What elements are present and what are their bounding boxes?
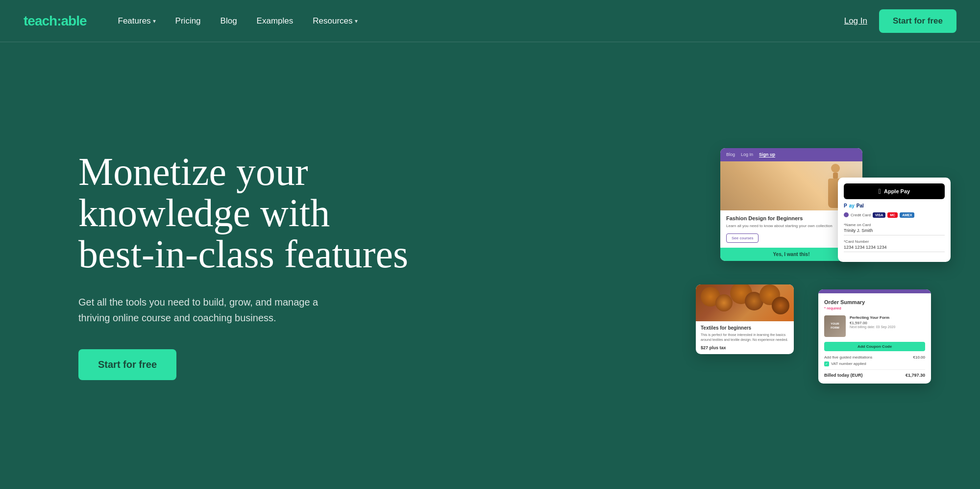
name-field-value[interactable]: Trinity J. Smith <box>844 228 945 235</box>
vat-check-icon: ✓ <box>824 361 829 366</box>
order-item-details: Perfecting Your Form €1,597.00 Next bill… <box>850 315 925 329</box>
brand-name: teach:able <box>24 13 87 28</box>
order-card-body: Order Summary * required YOUR FORM Perfe… <box>818 293 931 384</box>
credit-card-label: Credit Card <box>851 213 871 217</box>
order-item-date: Next billing date: 03 Sep 2020 <box>850 325 925 329</box>
apple-pay-label: Apple Pay <box>884 188 910 194</box>
order-addon-label: Add five guided meditations <box>824 355 872 360</box>
order-vat-row: ✓ VAT number applied <box>824 361 925 366</box>
order-card-title: Order Summary <box>824 299 925 305</box>
card-nav-signup: Sign up <box>759 152 775 157</box>
textile-pattern <box>696 284 794 321</box>
textiles-card-desc: This is perfect for those interested in … <box>701 333 789 342</box>
order-divider <box>824 369 925 370</box>
textiles-card-image <box>696 284 794 321</box>
order-addon-row: Add five guided meditations €10.00 <box>824 355 925 360</box>
fashion-card-title: Fashion Design for Beginners <box>726 215 857 221</box>
nav-links: Features ▾ Pricing Blog Examples Resourc… <box>110 12 844 30</box>
card-nav-blog: Blog <box>726 152 735 157</box>
order-required-label: * required <box>824 306 925 310</box>
vat-label: VAT number applied <box>831 361 866 366</box>
apple-pay-button[interactable]:  Apple Pay <box>844 183 945 199</box>
nav-features[interactable]: Features ▾ <box>110 12 164 30</box>
order-item-title: Perfecting Your Form <box>850 315 925 320</box>
add-coupon-button[interactable]: Add Coupon Code <box>824 342 925 351</box>
order-item: YOUR FORM Perfecting Your Form €1,597.00… <box>824 315 925 337</box>
paypal-option[interactable]: P ay Pal <box>844 203 945 208</box>
hero-content: Monetize your knowledge with best-in-cla… <box>78 151 412 380</box>
order-total-value: €1,797.30 <box>906 373 925 378</box>
order-card-header-bar <box>818 289 931 293</box>
order-total-label: Billed today (EUR) <box>824 373 863 378</box>
hero-title: Monetize your knowledge with best-in-cla… <box>78 151 412 275</box>
order-summary-card: Order Summary * required YOUR FORM Perfe… <box>818 289 931 384</box>
paypal-label: ay <box>849 203 855 208</box>
card-nav-login: Log In <box>741 152 753 157</box>
features-chevron-icon: ▾ <box>153 18 156 25</box>
payment-card-body:  Apple Pay P ay Pal Credit Card VISA MC… <box>838 178 951 262</box>
card-main-header: Blog Log In Sign up <box>720 148 862 161</box>
nav-blog[interactable]: Blog <box>213 12 245 30</box>
nav-pricing[interactable]: Pricing <box>168 12 209 30</box>
order-item-thumbnail: YOUR FORM <box>824 315 846 337</box>
order-item-price: €1,597.00 <box>850 321 925 325</box>
payment-methods-row: Credit Card VISA MC AMEX <box>844 212 945 218</box>
paypal-icon: P <box>844 203 847 208</box>
navbar: teach:able Features ▾ Pricing Blog Examp… <box>0 0 980 42</box>
brand-logo[interactable]: teach:able <box>24 13 87 29</box>
login-link[interactable]: Log In <box>844 16 867 26</box>
order-addon-price: €10.00 <box>913 355 925 360</box>
order-thumb-label: YOUR FORM <box>831 322 839 329</box>
nav-actions: Log In Start for free <box>844 9 956 33</box>
hero-section: Monetize your knowledge with best-in-cla… <box>0 42 980 489</box>
fashion-card-see-courses-button[interactable]: See courses <box>726 233 759 243</box>
credit-card-radio[interactable] <box>844 212 849 217</box>
nav-resources[interactable]: Resources ▾ <box>305 12 365 30</box>
payment-card:  Apple Pay P ay Pal Credit Card VISA MC… <box>838 178 951 262</box>
mastercard-badge: MC <box>887 212 898 218</box>
number-field-value[interactable]: 1234 1234 1234 1234 <box>844 245 945 252</box>
textiles-card-price: $27 plus tax <box>701 345 789 350</box>
textiles-card-title: Textiles for beginners <box>701 325 789 331</box>
paypal-label2: Pal <box>857 203 864 208</box>
order-total-row: Billed today (EUR) €1,797.30 <box>824 373 925 378</box>
hero-illustrations: Blog Log In Sign up Fashion Design for B… <box>696 138 941 393</box>
apple-icon:  <box>879 187 881 195</box>
amex-badge: AMEX <box>900 212 914 218</box>
visa-badge: VISA <box>873 212 885 218</box>
resources-chevron-icon: ▾ <box>355 18 358 25</box>
hero-cta-button[interactable]: Start for free <box>78 349 176 380</box>
textiles-card: Textiles for beginners This is perfect f… <box>696 284 794 354</box>
nav-examples[interactable]: Examples <box>249 12 301 30</box>
fashion-card-desc: Learn all you need to know about startin… <box>726 223 857 229</box>
nav-start-button[interactable]: Start for free <box>879 9 956 33</box>
name-field-label: *Name on Card <box>844 223 945 227</box>
hero-subtitle: Get all the tools you need to build, gro… <box>78 294 333 326</box>
number-field-label: *Card Number <box>844 239 945 244</box>
textiles-card-body: Textiles for beginners This is perfect f… <box>696 321 794 354</box>
